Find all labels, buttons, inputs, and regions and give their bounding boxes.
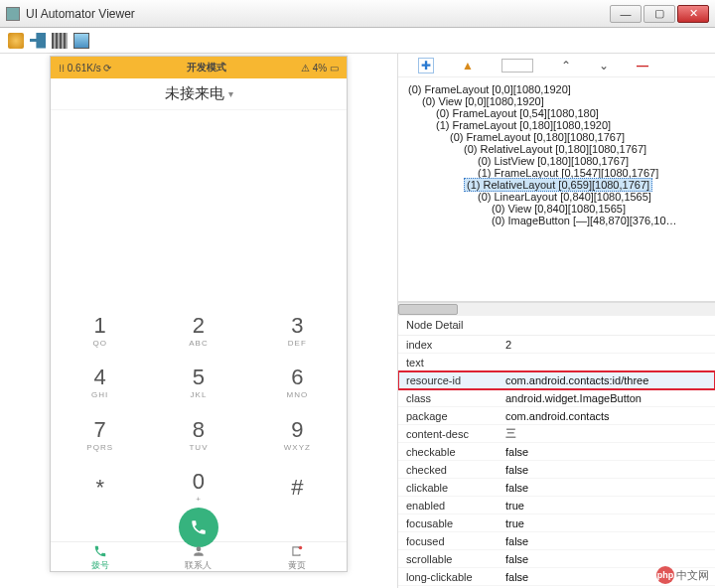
device-screenshot-icon[interactable] bbox=[30, 33, 46, 49]
dial-subtext: + bbox=[196, 495, 202, 504]
dial-key-5[interactable]: 5JKL bbox=[149, 358, 247, 410]
dial-digit: 3 bbox=[291, 315, 303, 337]
dial-key-9[interactable]: 9WXYZ bbox=[248, 409, 347, 462]
detail-row-resource-id[interactable]: resource-idcom.android.contacts:id/three bbox=[398, 371, 715, 389]
nav-item-2[interactable]: 黄页 bbox=[248, 542, 347, 573]
detail-row-content-desc[interactable]: content-desc三 bbox=[398, 425, 715, 443]
warning-icon[interactable]: ▲ bbox=[462, 59, 474, 73]
window-title: UI Automator Viewer bbox=[26, 7, 135, 21]
detail-value: android.widget.ImageButton bbox=[505, 392, 707, 404]
nav-item-1[interactable]: 联系人 bbox=[149, 542, 247, 573]
node-detail-table[interactable]: index2textresource-idcom.android.contact… bbox=[398, 336, 715, 588]
header-text: 未接来电 bbox=[165, 84, 224, 103]
tree-node[interactable]: (1) RelativeLayout [0,659][1080,1767] bbox=[408, 179, 709, 191]
phone-preview: ⁞⁞ 0.61K/s ⟳ 开发模式 ⚠ 4% ▭ 未接来电 ▾ 1QO2ABC3… bbox=[50, 56, 348, 572]
detail-key: clickable bbox=[406, 482, 505, 494]
toolbar bbox=[0, 28, 715, 54]
phone-header[interactable]: 未接来电 ▾ bbox=[51, 78, 347, 110]
close-button[interactable]: ✕ bbox=[677, 5, 709, 23]
remove-icon[interactable]: — bbox=[637, 59, 648, 73]
detail-value: 三 bbox=[505, 426, 707, 441]
detail-value: false bbox=[505, 553, 707, 565]
tree-node[interactable]: (0) View [0,840][1080,1565] bbox=[408, 203, 709, 215]
detail-key: resource-id bbox=[406, 374, 505, 386]
dial-subtext: GHI bbox=[91, 390, 108, 399]
detail-key: long-clickable bbox=[406, 571, 505, 583]
dial-key-2[interactable]: 2ABC bbox=[149, 305, 247, 358]
expand-all-icon[interactable]: ✚ bbox=[418, 58, 434, 74]
dial-digit: 5 bbox=[193, 367, 205, 388]
detail-row-checked[interactable]: checkedfalse bbox=[398, 461, 715, 479]
dial-subtext: PQRS bbox=[86, 443, 113, 452]
window-titlebar: UI Automator Viewer — ▢ ✕ bbox=[0, 0, 715, 28]
filter-input[interactable] bbox=[501, 59, 533, 73]
detail-key: checked bbox=[406, 464, 505, 476]
dial-key-8[interactable]: 8TUV bbox=[149, 409, 247, 462]
dial-key-1[interactable]: 1QO bbox=[51, 305, 149, 358]
detail-row-package[interactable]: packagecom.android.contacts bbox=[398, 407, 715, 425]
dial-key-4[interactable]: 4GHI bbox=[51, 358, 149, 410]
status-right: ⚠ 4% ▭ bbox=[301, 63, 339, 74]
phone-icon bbox=[190, 518, 208, 536]
phone-statusbar: ⁞⁞ 0.61K/s ⟳ 开发模式 ⚠ 4% ▭ bbox=[51, 57, 347, 78]
watermark: php 中文网 bbox=[656, 566, 709, 584]
minimize-button[interactable]: — bbox=[610, 5, 642, 23]
detail-key: package bbox=[406, 410, 505, 422]
nav-label: 黄页 bbox=[288, 559, 306, 572]
device-dump-icon[interactable] bbox=[52, 33, 68, 49]
nav-item-0[interactable]: 拨号 bbox=[51, 542, 149, 573]
call-button[interactable] bbox=[179, 508, 218, 547]
tree-node[interactable]: (0) FrameLayout [0,54][1080,180] bbox=[408, 107, 709, 119]
detail-row-clickable[interactable]: clickablefalse bbox=[398, 479, 715, 497]
detail-value: false bbox=[505, 464, 707, 476]
dial-digit: # bbox=[291, 477, 303, 499]
detail-row-focused[interactable]: focusedfalse bbox=[398, 532, 715, 550]
screenshot-pane: ⁞⁞ 0.61K/s ⟳ 开发模式 ⚠ 4% ▭ 未接来电 ▾ 1QO2ABC3… bbox=[0, 54, 397, 588]
dial-key-7[interactable]: 7PQRS bbox=[51, 409, 149, 462]
detail-key: class bbox=[406, 392, 505, 404]
tree-node[interactable]: (0) RelativeLayout [0,180][1080,1767] bbox=[408, 143, 709, 155]
tree-node[interactable]: (0) View [0,0][1080,1920] bbox=[408, 95, 709, 107]
tree-node[interactable]: (0) FrameLayout [0,0][1080,1920] bbox=[408, 83, 709, 95]
dial-subtext: MNO bbox=[286, 390, 308, 399]
detail-row-focusable[interactable]: focusabletrue bbox=[398, 514, 715, 532]
detail-row-checkable[interactable]: checkablefalse bbox=[398, 443, 715, 461]
detail-key: checkable bbox=[406, 446, 505, 458]
maximize-button[interactable]: ▢ bbox=[644, 5, 675, 23]
dial-key-*[interactable]: * bbox=[51, 462, 149, 514]
dial-digit: 1 bbox=[94, 315, 106, 337]
detail-row-enabled[interactable]: enabledtrue bbox=[398, 497, 715, 514]
tree-node[interactable]: (0) ImageButton [—][48,870][376,10… bbox=[408, 215, 709, 226]
call-row bbox=[51, 514, 347, 541]
nav-label: 联系人 bbox=[185, 559, 212, 572]
status-center: 开发模式 bbox=[111, 61, 301, 74]
detail-row-class[interactable]: classandroid.widget.ImageButton bbox=[398, 389, 715, 407]
move-up-icon[interactable]: ⌃ bbox=[561, 59, 571, 73]
detail-value: false bbox=[505, 446, 707, 458]
move-down-icon[interactable]: ⌄ bbox=[599, 59, 609, 73]
detail-key: focused bbox=[406, 535, 505, 547]
dial-key-#[interactable]: # bbox=[248, 462, 347, 514]
dial-digit: * bbox=[95, 477, 104, 499]
tree-node[interactable]: (0) FrameLayout [0,180][1080,1767] bbox=[408, 131, 709, 143]
dial-key-6[interactable]: 6MNO bbox=[248, 358, 347, 410]
detail-row-index[interactable]: index2 bbox=[398, 336, 715, 354]
detail-key: enabled bbox=[406, 500, 505, 512]
open-folder-icon[interactable] bbox=[8, 33, 24, 49]
dial-subtext: TUV bbox=[189, 443, 208, 452]
chevron-down-icon: ▾ bbox=[228, 88, 233, 99]
tree-node[interactable]: (1) FrameLayout [0,180][1080,1920] bbox=[408, 119, 709, 131]
dial-subtext: JKL bbox=[191, 390, 208, 399]
detail-value: true bbox=[505, 500, 707, 512]
horizontal-scrollbar[interactable] bbox=[398, 302, 715, 316]
save-icon[interactable] bbox=[73, 33, 89, 49]
hierarchy-tree[interactable]: (0) FrameLayout [0,0][1080,1920](0) View… bbox=[398, 77, 715, 302]
tree-node[interactable]: (0) ListView [0,180][1080,1767] bbox=[408, 155, 709, 167]
dial-key-3[interactable]: 3DEF bbox=[248, 305, 347, 358]
detail-row-text[interactable]: text bbox=[398, 354, 715, 371]
dial-key-0[interactable]: 0+ bbox=[149, 462, 247, 514]
nav-label: 拨号 bbox=[91, 559, 109, 572]
dial-digit: 6 bbox=[291, 367, 303, 388]
detail-key: focusable bbox=[406, 517, 505, 529]
tree-node[interactable]: (0) LinearLayout [0,840][1080,1565] bbox=[408, 191, 709, 203]
